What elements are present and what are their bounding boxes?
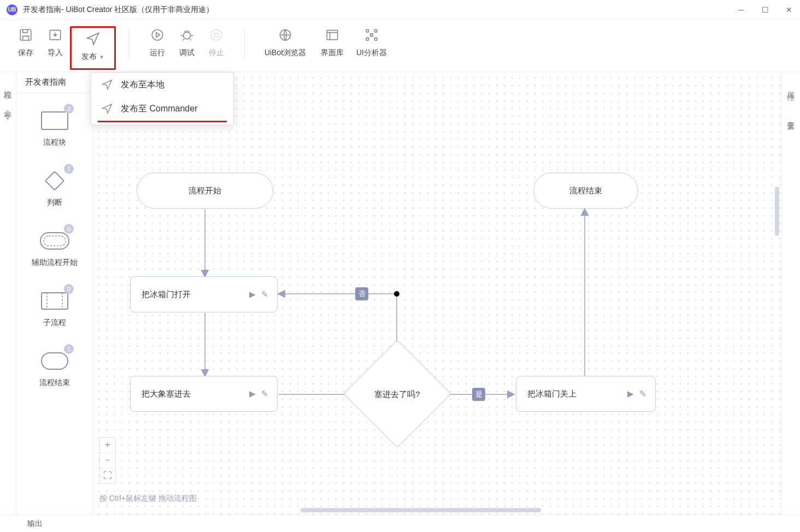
horizontal-scrollbar[interactable] (301, 508, 541, 512)
paper-plane-icon (101, 103, 113, 115)
play-icon (149, 26, 166, 44)
play-icon[interactable]: ▶ (249, 289, 256, 299)
palette-decision[interactable]: 1 判断 (16, 168, 92, 208)
save-button[interactable]: 保存 (11, 26, 40, 64)
publish-button-highlight: 发布 ▼ (70, 26, 116, 70)
toolbar: 保存 导入 发布 ▼ 运行 调试 停止 UiBot浏览器 界面库 UI分析器 (0, 20, 800, 72)
node-open-fridge[interactable]: 把冰箱门打开 ▶✎ (130, 276, 278, 312)
run-button[interactable]: 运行 (143, 26, 172, 64)
vtab-flow[interactable]: 流程 (3, 84, 13, 88)
edit-icon[interactable]: ✎ (261, 289, 268, 299)
svg-rect-11 (44, 236, 66, 246)
stop-icon (208, 26, 225, 44)
svg-rect-5 (215, 33, 219, 37)
rtab-variables[interactable]: 变量 (786, 115, 796, 119)
node-put-elephant[interactable]: 把大象塞进去 ▶✎ (130, 376, 278, 412)
edit-icon[interactable]: ✎ (261, 389, 268, 399)
svg-rect-7 (327, 30, 338, 39)
zoom-in-button[interactable]: ＋ (100, 438, 115, 453)
library-icon (323, 26, 341, 44)
edit-icon[interactable]: ✎ (639, 389, 646, 399)
zoom-fit-button[interactable]: ⛶ (100, 468, 115, 483)
import-icon (46, 26, 64, 44)
dropdown-caret-icon: ▼ (99, 54, 104, 60)
svg-point-4 (211, 29, 222, 40)
canvas-hint: 按 Ctrl+鼠标左键 拖动流程图 (99, 494, 197, 504)
node-start[interactable]: 流程开始 (137, 173, 273, 209)
right-vertical-tabs: 属性 变量 (781, 72, 800, 515)
svg-point-2 (152, 29, 163, 40)
flow-canvas[interactable]: 流程开始 流程结束 把冰箱门打开 ▶✎ 把大象塞进去 ▶✎ 把冰箱门关上 ▶✎ … (93, 72, 781, 515)
publish-dropdown: 发布至本地 发布至 Commander (91, 72, 234, 125)
ui-analyzer-button[interactable]: UI分析器 (352, 26, 391, 64)
node-end[interactable]: 流程结束 (533, 173, 638, 209)
minimize-button[interactable]: ─ (737, 5, 745, 14)
svg-rect-15 (42, 353, 68, 369)
left-vertical-tabs: 流程 命令 (0, 72, 16, 515)
palette: 开发者指南 3 流程块 1 判断 0 辅助流程开始 0 子流程 (16, 72, 93, 515)
titlebar: UB 开发者指南- UiBot Creator 社区版（仅用于非商业用途） ─ … (0, 0, 800, 20)
app-logo-icon: UB (7, 4, 17, 15)
edge-label-yes: 是 (472, 388, 485, 401)
stop-button: 停止 (202, 26, 231, 64)
close-button[interactable]: ✕ (785, 5, 793, 14)
vertical-scrollbar[interactable] (775, 187, 779, 236)
publish-local-item[interactable]: 发布至本地 (91, 73, 233, 97)
svg-rect-9 (45, 172, 64, 190)
rtab-properties[interactable]: 属性 (786, 85, 796, 90)
paper-plane-icon (84, 30, 102, 48)
analyzer-icon (363, 26, 380, 44)
publish-commander-item[interactable]: 发布至 Commander (91, 97, 233, 121)
node-close-fridge[interactable]: 把冰箱门关上 ▶✎ (516, 376, 656, 412)
svg-rect-10 (40, 233, 69, 249)
palette-subflow[interactable]: 0 子流程 (16, 288, 92, 328)
play-icon[interactable]: ▶ (249, 389, 256, 399)
palette-tab-title[interactable]: 开发者指南 (16, 72, 92, 93)
browser-icon (277, 26, 294, 44)
palette-end[interactable]: 1 流程结束 (16, 348, 92, 388)
svg-rect-0 (20, 29, 31, 40)
palette-block[interactable]: 3 流程块 (16, 108, 92, 147)
zoom-controls: ＋ － ⛶ (99, 437, 116, 484)
window-title: 开发者指南- UiBot Creator 社区版（仅用于非商业用途） (23, 5, 214, 15)
publish-button[interactable]: 发布 ▼ (74, 30, 112, 68)
highlight-underline (98, 121, 227, 122)
palette-aux-start[interactable]: 0 辅助流程开始 (16, 228, 92, 268)
zoom-out-button[interactable]: － (100, 453, 115, 468)
vtab-command[interactable]: 命令 (3, 104, 13, 108)
paper-plane-icon (101, 79, 113, 91)
bottom-bar: 输出 (0, 515, 800, 532)
debug-button[interactable]: 调试 (172, 26, 202, 64)
play-icon[interactable]: ▶ (627, 389, 634, 399)
bug-icon (178, 26, 196, 44)
output-tab[interactable]: 输出 (27, 519, 43, 529)
svg-point-3 (184, 32, 191, 39)
uibot-browser-button[interactable]: UiBot浏览器 (258, 26, 313, 64)
node-decision[interactable]: 塞进去了吗? (359, 356, 436, 432)
maximize-button[interactable]: ☐ (761, 5, 769, 14)
svg-rect-12 (42, 293, 68, 309)
junction-dot (394, 291, 399, 297)
floppy-icon (17, 26, 34, 44)
edge-label-no: 否 (355, 287, 368, 300)
ui-library-button[interactable]: 界面库 (313, 26, 352, 64)
svg-rect-8 (42, 112, 68, 129)
import-button[interactable]: 导入 (40, 26, 70, 64)
